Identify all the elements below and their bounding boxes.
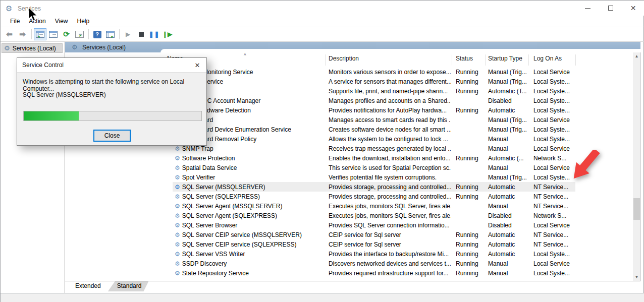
column-divider[interactable]: [485, 54, 486, 66]
progress-bar: [23, 111, 202, 121]
service-startup-type: Manual: [485, 270, 528, 277]
export-list-button[interactable]: ➤: [73, 28, 86, 40]
maximize-button[interactable]: [599, 1, 622, 16]
service-name-cell: ⚙SQL Server Agent (MSSQLSERVER): [173, 203, 325, 210]
stop-icon: [139, 32, 144, 37]
column-header-status[interactable]: Status: [456, 55, 473, 66]
scroll-down-icon[interactable]: ▼: [633, 273, 640, 281]
service-row[interactable]: ⚙Smart CardManages access to smart cards…: [173, 115, 575, 125]
dialog-close-icon[interactable]: ✕: [191, 59, 203, 71]
service-status: Running: [451, 231, 485, 238]
service-name-cell: ⚙State Repository Service: [173, 270, 325, 277]
dialog-close-button[interactable]: Close: [93, 130, 131, 142]
back-button[interactable]: ⬅: [3, 28, 16, 40]
service-row[interactable]: ⚙SQL Server CEIP service (MSSQLSERVER)CE…: [173, 230, 575, 239]
help-icon: ?: [93, 31, 101, 38]
minimize-button[interactable]: [576, 1, 599, 16]
service-name: SQL Server (SQLEXPRESS): [182, 193, 260, 200]
service-row[interactable]: ⚙Spatial Data ServiceThis service is use…: [173, 163, 575, 172]
service-row[interactable]: ⚙ServerSupports file, print, and named-p…: [173, 86, 575, 96]
service-gear-icon: ⚙: [175, 203, 180, 210]
tab-standard-label: Standard: [117, 282, 142, 289]
service-status: Running: [451, 241, 485, 248]
column-divider[interactable]: [452, 54, 452, 66]
service-startup-type: Manual: [485, 136, 528, 143]
service-row[interactable]: ⚙SQL Server VSS WriterProvides the inter…: [173, 249, 575, 259]
service-status: Running: [451, 270, 485, 277]
service-row[interactable]: ⚙Smart Card Removal PolicyAllows the sys…: [173, 134, 575, 144]
service-row[interactable]: ⚙Spot VerifierVerifies potential file sy…: [173, 172, 575, 182]
service-row[interactable]: ⚙SQL Server (SQLEXPRESS)Provides storage…: [173, 192, 575, 201]
service-status: Running: [451, 88, 485, 95]
service-row[interactable]: ⚙Shared PC Account ManagerManages profil…: [173, 96, 575, 105]
service-row[interactable]: ⚙SSDP DiscoveryDiscovers networked devic…: [173, 259, 575, 268]
restart-service-button[interactable]: ❙▶: [161, 28, 174, 40]
help-button[interactable]: ?: [91, 28, 103, 40]
service-row[interactable]: ⚙SQL Server Agent (SQLEXPRESS)Executes j…: [173, 211, 575, 220]
service-row[interactable]: ⚙Sensor ServiceA service for sensors tha…: [173, 77, 575, 86]
service-row[interactable]: ⚙Smart Card Device Enumeration ServiceCr…: [173, 125, 575, 134]
service-rows: ⚙Sensor Monitoring ServiceMonitors vario…: [173, 67, 575, 278]
vertical-scrollbar[interactable]: ▲ ▼: [633, 52, 640, 281]
stop-service-button[interactable]: [135, 28, 147, 40]
service-log-on-as: Local Syste...: [528, 97, 575, 104]
column-divider[interactable]: [528, 54, 529, 66]
column-divider[interactable]: [325, 54, 326, 66]
tab-standard[interactable]: Standard: [108, 281, 149, 291]
refresh-button[interactable]: ⟳: [60, 28, 73, 40]
properties-button[interactable]: [47, 28, 60, 40]
toolbar-separator: [88, 29, 89, 39]
service-gear-icon: ⚙: [175, 270, 180, 277]
show-action-pane-button[interactable]: ►: [104, 28, 117, 40]
close-window-button[interactable]: ✕: [622, 1, 644, 16]
service-name: State Repository Service: [182, 270, 249, 277]
start-service-button[interactable]: ▶: [122, 28, 134, 40]
service-name-cell: ⚙SQL Server CEIP service (SQLEXPRESS): [173, 241, 325, 248]
service-row[interactable]: ⚙SQL Server Agent (MSSQLSERVER)Executes …: [173, 201, 575, 211]
service-name: SQL Server Agent (MSSQLSERVER): [182, 203, 283, 210]
title-bar: ⚙ Services ✕: [1, 1, 644, 16]
menu-view[interactable]: View: [50, 16, 73, 26]
service-startup-type: Disabled: [485, 212, 528, 219]
service-description: Provides notifications for AutoPlay hard…: [325, 107, 451, 114]
tab-extended[interactable]: Extended: [66, 281, 108, 291]
service-row[interactable]: ⚙SQL Server (MSSQLSERVER)Provides storag…: [173, 182, 575, 192]
service-row[interactable]: ⚙SQL Server BrowserProvides SQL Server c…: [173, 220, 575, 230]
service-status: Running: [451, 193, 485, 200]
scroll-up-icon[interactable]: ▲: [633, 52, 640, 60]
column-header-description[interactable]: Description: [329, 55, 359, 66]
dialog-title: Service Control: [22, 62, 64, 69]
service-status: Running: [451, 184, 485, 191]
menu-help[interactable]: Help: [73, 16, 94, 26]
service-description: Discovers networked devices and services…: [325, 260, 451, 267]
forward-button[interactable]: ➡: [16, 28, 29, 40]
service-startup-type: Manual: [485, 203, 528, 210]
service-name: Spatial Data Service: [182, 164, 237, 171]
service-description: A service for sensors that manages diffe…: [325, 78, 451, 85]
dialog-message: Windows is attempting to start the follo…: [23, 78, 206, 92]
service-row[interactable]: ⚙SNMP TrapReceives trap messages generat…: [173, 144, 575, 153]
service-startup-type: Manual (Trig...: [485, 69, 528, 76]
service-row[interactable]: ⚙SQL Server CEIP service (SQLEXPRESS)CEI…: [173, 239, 575, 249]
pause-service-button[interactable]: ❚❚: [148, 28, 160, 40]
service-status: Running: [451, 107, 485, 114]
service-description: Executes jobs, monitors SQL Server, fire…: [325, 203, 451, 210]
service-gear-icon: ⚙: [175, 155, 180, 162]
service-name: Software Protection: [182, 155, 235, 162]
service-name-cell: ⚙Software Protection: [173, 155, 325, 162]
properties-icon: [49, 31, 58, 38]
column-header-startup-type[interactable]: Startup Type: [488, 55, 522, 66]
column-header-log-on-as[interactable]: Log On As: [533, 55, 562, 66]
service-row[interactable]: ⚙Shell Hardware DetectionProvides notifi…: [173, 105, 575, 115]
show-console-tree-button[interactable]: ◄: [34, 28, 46, 40]
service-row[interactable]: ⚙Sensor Monitoring ServiceMonitors vario…: [173, 67, 575, 77]
service-row[interactable]: ⚙State Repository ServiceProvides requir…: [173, 268, 575, 278]
column-divider[interactable]: [575, 54, 576, 66]
scrollbar-thumb[interactable]: [633, 198, 640, 220]
service-row[interactable]: ⚙Software ProtectionEnables the download…: [173, 153, 575, 163]
progress-bar-fill: [24, 111, 79, 120]
tree-item-services-local[interactable]: ⚙ Services (Local): [2, 43, 63, 53]
service-log-on-as: NT Service...: [528, 241, 575, 248]
service-description: Supports file, print, and named-pipe sha…: [325, 88, 451, 95]
menu-file[interactable]: File: [6, 16, 24, 26]
